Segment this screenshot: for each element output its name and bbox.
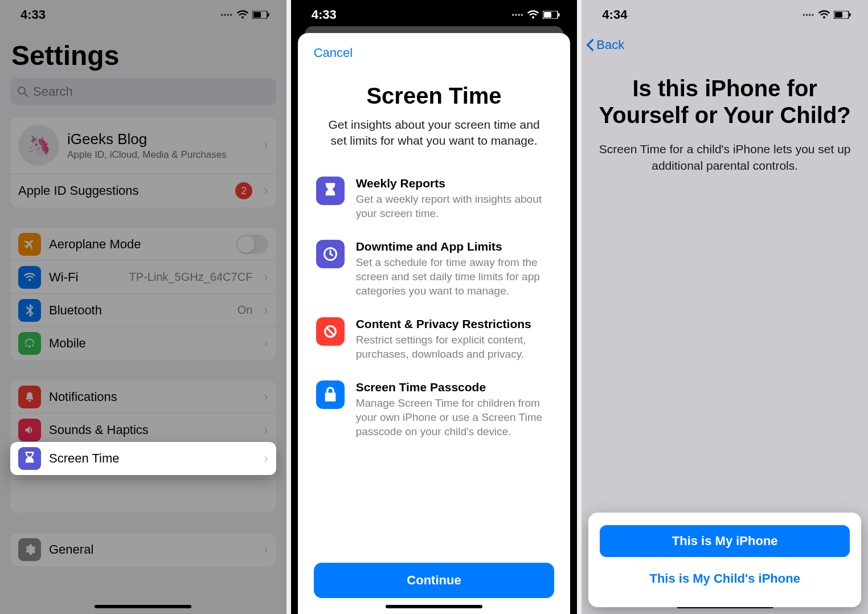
badge: 2: [235, 182, 252, 199]
hourglass-icon: [316, 177, 345, 205]
my-iphone-button[interactable]: This is My iPhone: [600, 525, 850, 557]
cellular-icon: ••••: [512, 11, 524, 19]
home-indicator[interactable]: [95, 605, 191, 608]
apple-id-name: iGeeks Blog: [67, 130, 252, 148]
search-input[interactable]: Search: [10, 78, 276, 105]
chevron-right-icon: ›: [264, 270, 268, 285]
gear-icon: [18, 538, 41, 561]
sheet-subtitle: Get insights about your screen time and …: [321, 117, 548, 149]
continue-button[interactable]: Continue: [314, 563, 555, 598]
svg-point-3: [18, 87, 25, 94]
status-time: 4:33: [21, 7, 46, 22]
wifi-row[interactable]: Wi-Fi TP-Link_5GHz_64C7CF ›: [10, 261, 276, 294]
svg-rect-7: [558, 13, 560, 17]
wifi-icon: [236, 10, 249, 19]
home-indicator[interactable]: [386, 605, 482, 608]
prohibited-icon: [316, 317, 345, 346]
feature-downtime: Downtime and App Limits Set a schedule f…: [316, 240, 552, 298]
cancel-button[interactable]: Cancel: [314, 46, 353, 60]
hourglass-icon: [18, 447, 41, 470]
apple-id-suggestions-row[interactable]: Apple ID Suggestions 2 ›: [10, 174, 276, 207]
chevron-right-icon: ›: [264, 423, 268, 437]
general-row[interactable]: General ›: [10, 533, 276, 566]
aeroplane-toggle[interactable]: [236, 235, 268, 254]
wifi-icon: [18, 266, 41, 289]
screentime-row-highlighted[interactable]: Screen Time ›: [10, 442, 276, 475]
chevron-right-icon: ›: [264, 451, 268, 466]
settings-screen: 4:33 •••• Settings Search 🦄 iGeeks Blog …: [0, 0, 286, 614]
notifications-row[interactable]: Notifications ›: [10, 380, 276, 414]
mobile-icon: [18, 332, 41, 355]
battery-icon: [252, 11, 269, 19]
aeroplane-row[interactable]: Aeroplane Mode: [10, 228, 276, 261]
mobile-row[interactable]: Mobile ›: [10, 327, 276, 360]
modal-sheet: Cancel Screen Time Get insights about yo…: [298, 33, 571, 614]
feature-passcode: Screen Time Passcode Manage Screen Time …: [316, 380, 552, 439]
choice-card: This is My iPhone This is My Child's iPh…: [588, 513, 861, 607]
page-title: Settings: [0, 30, 286, 78]
status-bar: 4:33 ••••: [291, 0, 578, 30]
svg-rect-6: [544, 12, 551, 18]
lock-icon: [316, 380, 345, 409]
status-bar: 4:33 ••••: [0, 0, 286, 30]
sheet-title: Screen Time: [314, 83, 555, 109]
svg-rect-1: [253, 12, 261, 18]
ownership-screen: 4:34 •••• Back Is this iPhone for Yourse…: [582, 0, 868, 614]
chevron-right-icon: ›: [264, 542, 268, 557]
feature-weekly-reports: Weekly Reports Get a weekly report with …: [316, 177, 552, 220]
svg-line-10: [326, 328, 334, 335]
aeroplane-icon: [18, 233, 41, 256]
bluetooth-row[interactable]: Bluetooth On ›: [10, 294, 276, 327]
bell-icon: [18, 386, 41, 408]
chevron-right-icon: ›: [264, 138, 268, 153]
feature-content-privacy: Content & Privacy Restrictions Restrict …: [316, 317, 552, 361]
apple-id-sub: Apple ID, iCloud, Media & Purchases: [67, 149, 252, 161]
svg-rect-2: [268, 13, 269, 17]
bluetooth-icon: [18, 299, 41, 322]
apple-id-row[interactable]: 🦄 iGeeks Blog Apple ID, iCloud, Media & …: [10, 117, 276, 174]
chevron-right-icon: ›: [264, 336, 268, 351]
child-iphone-button[interactable]: This is My Child's iPhone: [600, 563, 850, 595]
chevron-right-icon: ›: [264, 390, 268, 404]
battery-icon: [543, 11, 560, 19]
chevron-right-icon: ›: [264, 183, 268, 198]
clock-dial-icon: [316, 240, 345, 268]
svg-line-4: [24, 93, 27, 96]
chevron-right-icon: ›: [264, 303, 268, 318]
wifi-icon: [527, 10, 539, 19]
cellular-icon: ••••: [221, 11, 233, 19]
status-time: 4:33: [312, 7, 337, 22]
speaker-icon: [18, 419, 41, 441]
search-icon: [17, 86, 28, 97]
screentime-intro-screen: 4:33 •••• Cancel Screen Time Get insight…: [291, 0, 578, 614]
avatar: 🦄: [18, 125, 59, 166]
